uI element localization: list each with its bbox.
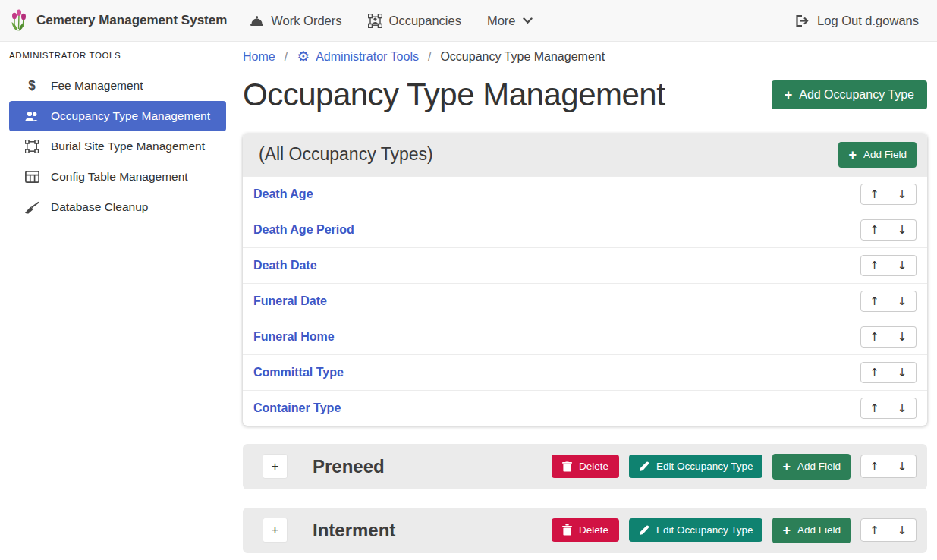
move-up-button[interactable]: ↑ bbox=[860, 255, 888, 276]
move-down-button[interactable]: ↓ bbox=[888, 518, 917, 542]
logout-label: Log Out d.gowans bbox=[817, 14, 919, 28]
reorder-controls: ↑ ↓ bbox=[860, 398, 917, 419]
move-down-button[interactable]: ↓ bbox=[888, 326, 917, 348]
field-link-death-date[interactable]: Death Date bbox=[253, 259, 317, 272]
nav-item-more[interactable]: More bbox=[487, 14, 533, 28]
breadcrumb: Home / ⚙ Administrator Tools / Occupancy… bbox=[243, 49, 927, 64]
edit-occupancy-type-button[interactable]: Edit Occupancy Type bbox=[629, 518, 762, 542]
sidebar-item-occupancy-type-management[interactable]: Occupancy Type Management bbox=[9, 101, 226, 131]
field-row: Funeral Home ↑ ↓ bbox=[243, 319, 927, 354]
trash-icon bbox=[562, 461, 572, 472]
move-up-button[interactable]: ↑ bbox=[860, 291, 888, 312]
delete-button[interactable]: Delete bbox=[552, 518, 619, 542]
sidebar-item-config-table-management[interactable]: Config Table Management bbox=[9, 162, 226, 192]
trash-icon bbox=[562, 524, 572, 536]
add-field-button[interactable]: + Add Field bbox=[838, 142, 917, 168]
field-link-funeral-date[interactable]: Funeral Date bbox=[253, 294, 327, 308]
top-navbar: Cemetery Management System Work Orders bbox=[0, 0, 937, 42]
page-header: Occupancy Type Management + Add Occupanc… bbox=[243, 76, 927, 114]
add-field-label: Add Field bbox=[797, 461, 841, 472]
move-down-button[interactable]: ↓ bbox=[888, 255, 917, 276]
occupancy-type-section-interment: + Interment Delete Edit O bbox=[243, 508, 927, 553]
move-down-button[interactable]: ↓ bbox=[888, 291, 917, 312]
move-down-button[interactable]: ↓ bbox=[888, 398, 917, 419]
move-up-button[interactable]: ↑ bbox=[860, 326, 888, 348]
move-down-button[interactable]: ↓ bbox=[888, 184, 917, 205]
move-up-button[interactable]: ↑ bbox=[860, 362, 888, 383]
logout-button[interactable]: Log Out d.gowans bbox=[795, 14, 919, 28]
move-down-button[interactable]: ↓ bbox=[888, 455, 917, 478]
nav-item-label: Occupancies bbox=[389, 14, 461, 28]
navbar-links: Work Orders Occupancies More bbox=[250, 14, 532, 28]
move-up-button[interactable]: ↑ bbox=[860, 398, 888, 419]
expand-button[interactable]: + bbox=[263, 454, 288, 479]
breadcrumb-home-link[interactable]: Home bbox=[243, 50, 275, 64]
sidebar-heading: ADMINISTRATOR TOOLS bbox=[0, 48, 235, 71]
section-title: Interment bbox=[313, 520, 395, 541]
move-down-button[interactable]: ↓ bbox=[888, 219, 917, 241]
broom-icon bbox=[23, 201, 41, 214]
field-row: Container Type ↑ ↓ bbox=[243, 390, 927, 426]
delete-button[interactable]: Delete bbox=[552, 455, 619, 478]
field-row: Funeral Date ↑ ↓ bbox=[243, 283, 927, 319]
card-title: (All Occupancy Types) bbox=[259, 144, 433, 165]
field-row: Death Age Period ↑ ↓ bbox=[243, 212, 927, 247]
add-occupancy-type-button[interactable]: + Add Occupancy Type bbox=[772, 80, 927, 109]
sidebar-item-fee-management[interactable]: $ Fee Management bbox=[9, 71, 226, 101]
chevron-down-icon bbox=[523, 17, 533, 24]
all-occupancy-types-card: (All Occupancy Types) + Add Field Death … bbox=[243, 134, 927, 426]
breadcrumb-admin-tools-link[interactable]: ⚙ Administrator Tools bbox=[297, 49, 419, 64]
field-link-death-age-period[interactable]: Death Age Period bbox=[253, 223, 354, 237]
reorder-controls: ↑ ↓ bbox=[860, 219, 917, 241]
breadcrumb-admin-tools-label: Administrator Tools bbox=[316, 50, 419, 64]
sidebar-item-label: Burial Site Type Management bbox=[51, 140, 205, 153]
add-field-label: Add Field bbox=[797, 524, 841, 536]
add-occupancy-type-label: Add Occupancy Type bbox=[799, 88, 914, 102]
nav-item-occupancies[interactable]: Occupancies bbox=[368, 14, 461, 28]
field-link-death-age[interactable]: Death Age bbox=[253, 187, 313, 201]
sidebar-item-database-cleanup[interactable]: Database Cleanup bbox=[9, 192, 226, 222]
field-link-committal-type[interactable]: Committal Type bbox=[253, 366, 344, 379]
add-field-button[interactable]: + Add Field bbox=[772, 518, 851, 543]
reorder-controls: ↑ ↓ bbox=[860, 184, 917, 205]
occupancies-icon bbox=[368, 14, 382, 28]
field-link-container-type[interactable]: Container Type bbox=[253, 401, 341, 415]
hard-hat-icon bbox=[250, 14, 264, 27]
nav-item-work-orders[interactable]: Work Orders bbox=[250, 14, 341, 28]
app-brand[interactable]: Cemetery Management System bbox=[9, 9, 227, 32]
all-occupancy-types-header: (All Occupancy Types) + Add Field bbox=[243, 134, 927, 176]
nav-item-label: More bbox=[487, 14, 516, 28]
pencil-icon bbox=[639, 525, 649, 536]
move-up-button[interactable]: ↑ bbox=[860, 219, 888, 241]
sidebar-item-burial-site-type-management[interactable]: Burial Site Type Management bbox=[9, 131, 226, 162]
edit-occupancy-type-label: Edit Occupancy Type bbox=[656, 461, 753, 472]
move-up-button[interactable]: ↑ bbox=[860, 184, 888, 205]
reorder-controls: ↑ ↓ bbox=[860, 291, 917, 312]
plus-icon: + bbox=[782, 524, 791, 537]
tulip-logo-icon bbox=[9, 9, 29, 32]
reorder-controls: ↑ ↓ bbox=[860, 255, 917, 276]
plus-icon: + bbox=[785, 88, 793, 102]
move-up-button[interactable]: ↑ bbox=[860, 518, 888, 542]
occupancy-type-section-preneed: + Preneed Delete Edit Occ bbox=[243, 444, 927, 489]
main-content: Home / ⚙ Administrator Tools / Occupancy… bbox=[235, 42, 937, 560]
sidebar-item-label: Fee Management bbox=[51, 79, 143, 93]
table-icon bbox=[23, 171, 41, 183]
edit-occupancy-type-button[interactable]: Edit Occupancy Type bbox=[629, 455, 762, 478]
sign-out-icon bbox=[795, 14, 810, 27]
expand-button[interactable]: + bbox=[263, 518, 288, 543]
field-link-funeral-home[interactable]: Funeral Home bbox=[253, 330, 335, 344]
dollar-icon: $ bbox=[23, 78, 41, 93]
move-down-button[interactable]: ↓ bbox=[888, 362, 917, 383]
reorder-controls: ↑ ↓ bbox=[860, 455, 917, 478]
page-title: Occupancy Type Management bbox=[243, 76, 665, 114]
add-field-button[interactable]: + Add Field bbox=[772, 454, 851, 480]
breadcrumb-separator: / bbox=[285, 50, 288, 64]
move-up-button[interactable]: ↑ bbox=[860, 455, 888, 478]
pencil-icon bbox=[639, 461, 649, 472]
plus-icon: + bbox=[848, 148, 857, 162]
add-field-label: Add Field bbox=[863, 149, 907, 160]
nav-item-label: Work Orders bbox=[271, 14, 341, 28]
field-row: Committal Type ↑ ↓ bbox=[243, 354, 927, 390]
section-title: Preneed bbox=[313, 456, 385, 477]
